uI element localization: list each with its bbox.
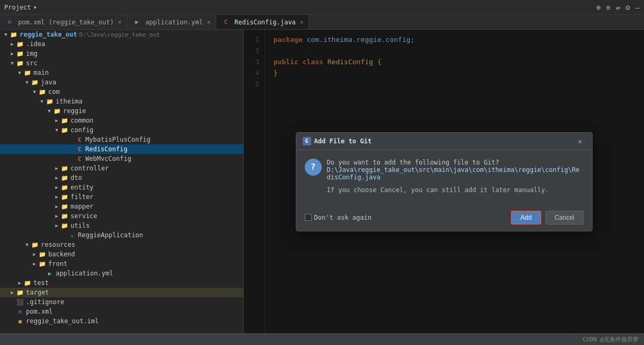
- sidebar-item-gitignore[interactable]: ⬛ .gitignore: [0, 297, 243, 307]
- sidebar-item-com[interactable]: ▼ 📁 com: [0, 87, 243, 97]
- dont-ask-again-label[interactable]: Don't ask again: [305, 214, 372, 221]
- sidebar-item-config[interactable]: ▼ 📁 config: [0, 125, 243, 135]
- sidebar-item-reggieapp[interactable]: ☕ ReggieApplication: [0, 230, 243, 240]
- redisconfig-label: RedisConfig: [85, 145, 127, 153]
- tab-pom-close[interactable]: ✕: [118, 19, 122, 25]
- tab-bar: m pom.xml (reggie_take_out) ✕ ▶ applicat…: [0, 15, 644, 30]
- sidebar-item-mybatisplus[interactable]: C MybatisPlusConfig: [0, 135, 243, 144]
- sidebar-item-src[interactable]: ▼ 📁 src: [0, 58, 243, 68]
- dont-ask-again-checkbox[interactable]: [305, 214, 312, 221]
- sidebar-item-mapper[interactable]: ▶ 📁 mapper: [0, 202, 243, 211]
- controller-label: controller: [70, 165, 109, 172]
- sidebar-item-resources[interactable]: ▼ 📁 resources: [0, 240, 243, 249]
- pomxml-icon: m: [16, 308, 24, 315]
- sync-icon[interactable]: ⇌: [616, 3, 620, 12]
- reggie-label: reggie: [63, 107, 86, 115]
- idea-arrow: ▶: [8, 41, 16, 47]
- sidebar-item-filter[interactable]: ▶ 📁 filter: [0, 192, 243, 202]
- redisconfig-icon: C: [222, 19, 230, 26]
- sidebar-item-entity[interactable]: ▶ 📁 entity: [0, 183, 243, 192]
- com-arrow: ▼: [31, 89, 38, 94]
- test-icon: 📁: [23, 279, 32, 287]
- src-arrow: ▼: [8, 61, 16, 66]
- tab-application[interactable]: ▶ application.yml ✕: [127, 15, 216, 29]
- sidebar-item-itheima[interactable]: ▼ 📁 itheima: [0, 97, 243, 106]
- appyml-label: application.yml: [56, 270, 113, 277]
- java-label: java: [41, 79, 56, 86]
- cancel-button[interactable]: Cancel: [545, 211, 583, 225]
- sidebar-item-iml[interactable]: ◼ reggie_take_out.iml: [0, 316, 243, 326]
- common-arrow: ▶: [53, 118, 60, 123]
- target-label: target: [26, 289, 49, 296]
- toolbar-icons: ⊕ ≡ ⇌ ⚙ —: [596, 3, 640, 12]
- add-icon[interactable]: ⊕: [596, 3, 601, 12]
- main-icon: 📁: [23, 69, 32, 76]
- tab-pom-label: pom.xml (reggie_take_out): [18, 19, 114, 26]
- sidebar-item-service[interactable]: ▶ 📁 service: [0, 211, 243, 221]
- dialog-question-icon: ?: [305, 159, 322, 176]
- add-button[interactable]: Add: [511, 211, 541, 225]
- mapper-arrow: ▶: [53, 204, 60, 209]
- tab-redisconfig[interactable]: C RedisConfig.java ✕: [216, 15, 309, 29]
- iml-icon: ◼: [16, 317, 24, 325]
- sidebar-item-main[interactable]: ▼ 📁 main: [0, 68, 243, 77]
- tab-redisconfig-close[interactable]: ✕: [300, 19, 304, 25]
- mapper-icon: 📁: [60, 203, 69, 210]
- sidebar-item-webmvc[interactable]: C WebMvcConfig: [0, 154, 243, 163]
- com-icon: 📁: [38, 88, 47, 96]
- sidebar-item-reggie[interactable]: ▼ 📁 reggie: [0, 106, 243, 116]
- minimize-icon[interactable]: —: [636, 3, 640, 12]
- redisconfig-file-icon: C: [75, 145, 84, 153]
- top-bar: Project ▾ ⊕ ≡ ⇌ ⚙ —: [0, 0, 644, 15]
- dialog-question-row: ? Do you want to add the following file …: [305, 159, 584, 181]
- iml-label: reggie_take_out.iml: [26, 317, 99, 325]
- test-arrow: ▶: [16, 280, 23, 286]
- main-label: main: [33, 69, 49, 76]
- dto-icon: 📁: [60, 174, 69, 182]
- dialog-question-main: Do you want to add the following file to…: [327, 159, 584, 166]
- webmvc-label: WebMvcConfig: [85, 155, 131, 162]
- dialog-close-button[interactable]: ✕: [575, 137, 586, 145]
- yml-icon: ▶: [133, 19, 141, 26]
- java-folder-icon: 📁: [31, 79, 39, 86]
- sidebar-item-dto[interactable]: ▶ 📁 dto: [0, 173, 243, 183]
- project-sidebar: ▼ 📁 reggie_take_out D:\Java\reggie_take_…: [0, 30, 244, 333]
- sidebar-item-common[interactable]: ▶ 📁 common: [0, 116, 243, 125]
- mybatisplus-icon: C: [75, 136, 84, 143]
- sidebar-item-java[interactable]: ▼ 📁 java: [0, 77, 243, 87]
- reggieapp-label: ReggieApplication: [78, 231, 143, 239]
- dialog-file-path: D:\Java\reggie_take_out\src\main\java\co…: [327, 166, 584, 181]
- entity-icon: 📁: [60, 184, 69, 191]
- appyml-icon: ▶: [46, 270, 54, 277]
- project-menu[interactable]: Project ▾: [4, 4, 37, 11]
- list-icon[interactable]: ≡: [606, 3, 610, 12]
- resources-label: resources: [41, 241, 75, 248]
- bottom-bar: CSDN @无条件做异梦: [0, 333, 644, 345]
- tab-application-close[interactable]: ✕: [207, 19, 211, 25]
- sidebar-item-img[interactable]: ▶ 📁 img: [0, 49, 243, 58]
- sidebar-item-controller[interactable]: ▶ 📁 controller: [0, 163, 243, 173]
- backend-label: backend: [48, 251, 75, 258]
- sidebar-item-test[interactable]: ▶ 📁 test: [0, 278, 243, 288]
- gear-icon[interactable]: ⚙: [625, 3, 630, 12]
- sidebar-item-pomxml[interactable]: m pom.xml: [0, 307, 243, 316]
- entity-label: entity: [70, 184, 93, 191]
- sidebar-item-front[interactable]: ▶ 📁 front: [0, 259, 243, 269]
- sidebar-item-utils[interactable]: ▶ 📁 utils: [0, 221, 243, 230]
- sidebar-item-backend[interactable]: ▶ 📁 backend: [0, 249, 243, 259]
- main-arrow: ▼: [16, 70, 23, 75]
- mapper-label: mapper: [70, 203, 93, 210]
- project-root[interactable]: ▼ 📁 reggie_take_out D:\Java\reggie_take_…: [0, 30, 243, 39]
- reggie-icon: 📁: [53, 107, 61, 115]
- target-icon: 📁: [16, 289, 24, 296]
- config-label: config: [70, 126, 93, 134]
- sidebar-item-redisconfig[interactable]: C RedisConfig: [0, 144, 243, 154]
- tab-pom[interactable]: m pom.xml (reggie_take_out) ✕: [0, 15, 127, 29]
- reggieapp-icon: ☕: [68, 231, 76, 239]
- sidebar-item-appyml[interactable]: ▶ application.yml: [0, 269, 243, 278]
- sidebar-item-idea[interactable]: ▶ 📁 .idea: [0, 39, 243, 49]
- service-label: service: [70, 212, 98, 220]
- idea-label: .idea: [26, 40, 45, 48]
- sidebar-item-target[interactable]: ▶ 📁 target: [0, 288, 243, 297]
- entity-arrow: ▶: [53, 185, 60, 190]
